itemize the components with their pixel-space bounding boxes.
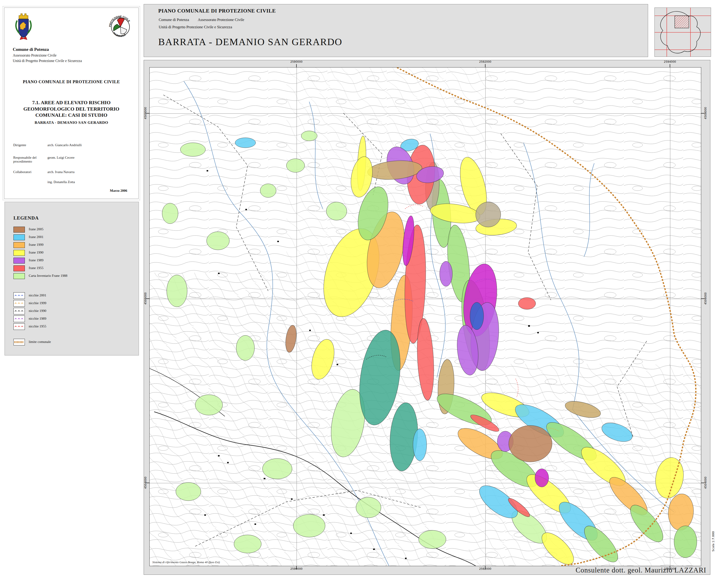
- swatch-frane-2005: [14, 227, 25, 233]
- date-label: Marzo 2006: [110, 189, 127, 193]
- swatch-frane-1955: [14, 266, 25, 271]
- map-extent-indicator: [675, 16, 689, 28]
- coord-top-2: 2592000: [475, 60, 496, 63]
- coord-right-3: 4504000: [704, 472, 707, 493]
- header-assessorato: Assessorato Protezione Civile: [198, 18, 244, 22]
- symbol-nicchie-1999: [14, 300, 25, 307]
- tick-top-1: [296, 64, 297, 67]
- legend-panel: LEGENDA frane 2005 frane 2001 frane 1999…: [4, 202, 139, 355]
- role-label: Dirigente: [13, 143, 47, 147]
- comune-potenza-crest-icon: [12, 12, 35, 46]
- header-title: PIANO COMUNALE DI PROTEZIONE CIVILE: [158, 8, 276, 14]
- role-row: ing. Donatella Zotta: [13, 180, 132, 184]
- org-line1: Assessorato Protezione Civile: [13, 54, 57, 58]
- org-line2: Unità di Progetto Protezione Civile e Si…: [13, 59, 82, 63]
- map-subtitle: BARRATA - DEMANIO SAN GERARDO: [3, 120, 140, 125]
- tick-top-2: [485, 64, 485, 67]
- symbol-nicchie-1989: [14, 316, 25, 322]
- tick-top-3: [670, 64, 670, 67]
- swatch-frane-1989: [14, 258, 25, 264]
- header-panel: PIANO COMUNALE DI PROTEZIONE CIVILE Comu…: [144, 4, 648, 57]
- symbol-nicchie-2001: [14, 292, 25, 299]
- header-map-title: BARRATA - DEMANIO SAN GERARDO: [158, 36, 342, 47]
- role-row: Collaboratoriarch. Ivana Navarra: [13, 170, 132, 174]
- protezione-civile-logo-icon: PROTEZIONE CIVILE NAZIONALE: [107, 13, 134, 41]
- coord-top-1: 2590000: [286, 60, 307, 63]
- coord-bottom-1: 2590000: [286, 567, 307, 570]
- swatch-frane-1990: [14, 250, 25, 256]
- coord-left-1: 4508000: [144, 103, 147, 123]
- section-title: 7.1. AREE AD ELEVATO RISCHIO GEOMORFOLOG…: [7, 99, 135, 118]
- swatch-frane-1999: [14, 242, 25, 248]
- symbol-nicchie-1955: [14, 323, 25, 330]
- coord-left-3: 4504000: [144, 472, 147, 493]
- role-row: Dirigentearch. Giancarlo Andriulli: [13, 143, 132, 147]
- swatch-carta-inventario: [14, 273, 25, 279]
- coord-right-1: 4508000: [704, 103, 707, 123]
- header-subtitle1: Comune di PotenzaAssessorato Protezione …: [159, 18, 244, 22]
- map-sheet: PROTEZIONE CIVILE NAZIONALE Comune di Po…: [0, 0, 724, 588]
- symbol-limite-comunale: [14, 339, 25, 345]
- consultant-credit: Consulente dott. geol. Maurizio LAZZARI: [433, 566, 706, 575]
- role-label: Collaboratori: [13, 170, 47, 174]
- role-label: Responsabile del procedimento: [13, 156, 47, 164]
- symbol-nicchie-1990: [14, 308, 25, 314]
- header-comune: Comune di Potenza: [159, 18, 189, 22]
- header-subtitle2: Unità di Progetto Protezione Civile e Si…: [159, 25, 232, 29]
- coord-right-2: 4506000: [704, 288, 707, 309]
- legend-title: LEGENDA: [14, 215, 39, 221]
- role-name: arch. Ivana Navarra: [47, 170, 75, 174]
- org-name: Comune di Potenza: [13, 47, 49, 52]
- role-name: arch. Giancarlo Andriulli: [47, 143, 82, 147]
- locator-minimap: [655, 7, 711, 57]
- swatch-frane-2001: [14, 234, 25, 240]
- reference-system-note: Sistema di riferimento Gauss-Boaga, Roma…: [152, 561, 220, 564]
- plan-title: PIANO COMUNALE DI PROTEZIONE CIVILE: [3, 79, 140, 84]
- coord-top-3: 2594000: [660, 60, 680, 63]
- map-canvas: [149, 67, 701, 566]
- scale-label: Scala 1:7.000: [711, 531, 715, 551]
- coord-left-2: 4506000: [144, 288, 147, 309]
- role-name: ing. Donatella Zotta: [47, 180, 75, 184]
- role-name: geom. Luigi Cecere: [47, 156, 75, 160]
- frane-2005-main: [509, 425, 552, 462]
- title-block: PROTEZIONE CIVILE NAZIONALE Comune di Po…: [3, 6, 140, 200]
- role-row: Responsabile del procedimentogeom. Luigi…: [13, 156, 132, 164]
